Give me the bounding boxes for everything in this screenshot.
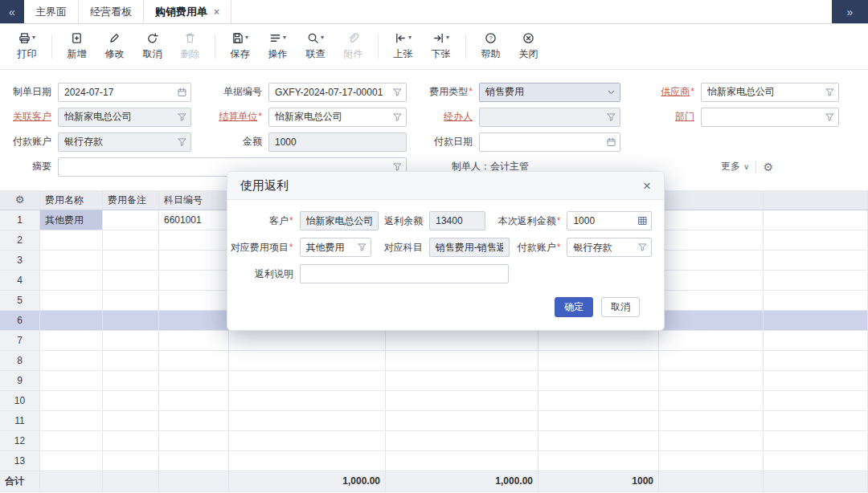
filter-icon[interactable] <box>825 112 835 122</box>
table-cell[interactable] <box>229 431 386 450</box>
table-cell[interactable] <box>764 431 868 450</box>
row-number[interactable]: 6 <box>0 311 40 330</box>
doc-date-input[interactable]: 2024-07-17 <box>58 83 191 102</box>
settlement-unit-input[interactable]: 怡新家电总公司 <box>268 108 407 127</box>
filter-icon[interactable] <box>177 136 187 147</box>
row-number[interactable]: 3 <box>0 251 40 270</box>
table-cell[interactable] <box>538 371 659 390</box>
table-cell[interactable] <box>159 351 229 370</box>
department-input[interactable] <box>701 108 839 127</box>
row-number[interactable]: 5 <box>0 291 40 310</box>
filter-icon[interactable] <box>637 242 648 253</box>
table-cell[interactable] <box>538 431 659 450</box>
table-cell[interactable] <box>659 431 764 450</box>
calendar-icon[interactable] <box>606 136 616 147</box>
save-button[interactable]: ▾ 保存 <box>221 32 259 61</box>
doc-no-input[interactable]: GXFY-2024-07-17-00001 <box>268 83 407 102</box>
table-cell[interactable] <box>659 331 764 350</box>
table-row[interactable]: 13 <box>0 451 868 471</box>
cancel-dialog-button[interactable]: 取消 <box>601 297 640 317</box>
table-cell[interactable] <box>103 351 159 370</box>
table-cell[interactable] <box>40 391 103 410</box>
table-cell[interactable] <box>159 371 229 390</box>
supplier-input[interactable]: 怡新家电总公司 <box>701 83 839 102</box>
table-cell[interactable] <box>764 311 868 330</box>
help-button[interactable]: ? 帮助 <box>472 32 510 61</box>
row-number[interactable]: 1 <box>0 210 40 230</box>
table-cell[interactable] <box>229 391 386 410</box>
table-cell[interactable] <box>764 451 868 471</box>
table-row[interactable]: 12 <box>0 431 868 451</box>
table-cell[interactable] <box>159 431 229 450</box>
close-button[interactable]: 关闭 <box>510 32 547 61</box>
filter-icon[interactable] <box>825 87 835 97</box>
modify-button[interactable]: 修改 <box>96 32 133 61</box>
row-number[interactable]: 2 <box>0 230 40 250</box>
settlement-unit-label[interactable]: 结算单位 <box>191 110 268 124</box>
row-number[interactable]: 8 <box>0 351 40 370</box>
table-cell[interactable] <box>659 291 764 310</box>
handler-label[interactable]: 经办人 <box>407 110 479 124</box>
table-cell[interactable] <box>229 451 386 471</box>
table-cell[interactable] <box>103 230 159 250</box>
row-number[interactable]: 12 <box>0 431 40 450</box>
table-cell[interactable] <box>386 371 538 390</box>
previous-doc-button[interactable]: ▾ 上张 <box>384 32 422 61</box>
department-label[interactable]: 部门 <box>620 110 701 124</box>
table-cell[interactable] <box>229 371 386 390</box>
dialog-close-icon[interactable]: × <box>643 179 651 193</box>
table-cell[interactable] <box>103 411 159 430</box>
table-row[interactable]: 11 <box>0 411 868 431</box>
table-cell[interactable] <box>40 431 103 450</box>
table-cell[interactable] <box>764 351 868 370</box>
settings-gear-icon[interactable]: ⚙ <box>763 161 773 173</box>
tab-main[interactable]: 主界面 <box>24 0 79 23</box>
table-cell[interactable] <box>764 230 868 250</box>
table-cell[interactable] <box>159 331 229 350</box>
table-cell[interactable] <box>764 391 868 410</box>
table-cell[interactable] <box>40 230 103 250</box>
table-cell[interactable] <box>764 210 868 230</box>
tab-close-icon[interactable]: × <box>214 6 219 18</box>
table-row[interactable]: 8 <box>0 351 868 371</box>
table-cell[interactable] <box>764 271 868 290</box>
new-button[interactable]: 新增 <box>58 32 96 61</box>
table-cell[interactable] <box>538 351 659 370</box>
table-cell[interactable] <box>103 431 159 450</box>
row-number[interactable]: 4 <box>0 271 40 290</box>
payment-date-input[interactable] <box>479 132 620 152</box>
table-cell[interactable] <box>386 431 538 450</box>
table-cell[interactable] <box>764 291 868 310</box>
table-cell[interactable] <box>538 451 659 471</box>
payment-account-input[interactable]: 银行存款 <box>567 238 652 257</box>
filter-icon[interactable] <box>392 112 403 122</box>
table-cell[interactable] <box>764 251 868 270</box>
chevron-down-icon[interactable] <box>606 87 616 97</box>
table-cell[interactable] <box>40 411 103 430</box>
table-cell[interactable] <box>159 411 229 430</box>
note-input[interactable] <box>300 264 509 283</box>
collapse-left-icon[interactable]: « <box>0 0 24 23</box>
table-cell[interactable] <box>538 391 659 410</box>
table-cell[interactable] <box>659 230 764 250</box>
table-cell[interactable] <box>103 371 159 390</box>
filter-icon[interactable] <box>357 242 367 253</box>
expense-item-input[interactable]: 其他费用 <box>300 238 372 257</box>
tab-dashboard[interactable]: 经营看板 <box>79 0 144 23</box>
cancel-button[interactable]: 取消 <box>133 32 171 61</box>
table-cell[interactable] <box>103 271 159 290</box>
table-cell[interactable] <box>159 230 229 250</box>
table-cell[interactable] <box>40 271 103 290</box>
tab-expense-bill[interactable]: 购销费用单 × <box>144 0 231 23</box>
table-cell[interactable] <box>159 391 229 410</box>
next-doc-button[interactable]: ▾ 下张 <box>422 32 460 61</box>
table-settings-icon[interactable]: ⚙ <box>0 190 40 210</box>
table-cell[interactable] <box>159 291 229 310</box>
table-cell[interactable] <box>40 351 103 370</box>
numpad-icon[interactable] <box>637 216 648 226</box>
table-cell[interactable] <box>103 451 159 471</box>
table-cell[interactable] <box>659 271 764 290</box>
table-cell[interactable] <box>659 411 764 430</box>
table-cell[interactable]: 6601001 <box>159 210 229 230</box>
table-cell[interactable] <box>229 351 386 370</box>
